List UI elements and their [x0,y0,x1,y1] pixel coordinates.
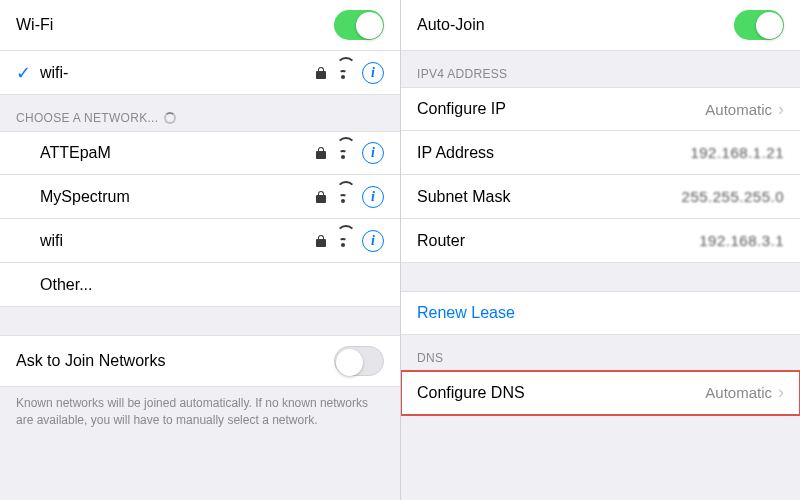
wifi-signal-icon [336,235,352,247]
auto-join-label: Auto-Join [417,16,734,34]
router-value: 192.168.3.1 [699,232,784,249]
chevron-right-icon: › [778,382,784,403]
configure-dns-label: Configure DNS [417,384,705,402]
subnet-mask-row: Subnet Mask 255.255.255.0 [401,175,800,219]
subnet-label: Subnet Mask [417,188,682,206]
configure-dns-value: Automatic [705,384,772,401]
ipv4-header: IPV4 ADDRESS [401,51,800,87]
ip-address-row: IP Address 192.168.1.21 [401,131,800,175]
ipv4-group: Configure IP Automatic › IP Address 192.… [401,87,800,263]
renew-lease-button[interactable]: Renew Lease [417,304,784,322]
info-icon[interactable]: i [362,230,384,252]
lock-icon [316,191,326,203]
ip-address-value: 192.168.1.21 [690,144,784,161]
network-list: ATTEpaM i MySpectrum i wifi i Other... [0,131,400,307]
network-row[interactable]: wifi i [0,219,400,263]
lock-icon [316,147,326,159]
network-name: wifi [40,232,316,250]
wifi-signal-icon [336,191,352,203]
network-row[interactable]: MySpectrum i [0,175,400,219]
network-details-panel: Auto-Join IPV4 ADDRESS Configure IP Auto… [400,0,800,500]
info-icon[interactable]: i [362,186,384,208]
dns-header: DNS [401,335,800,371]
ask-to-join-row[interactable]: Ask to Join Networks [0,335,400,387]
wifi-toggle[interactable] [334,10,384,40]
connected-network-name: wifi- [40,64,316,82]
lock-icon [316,235,326,247]
choose-network-header: CHOOSE A NETWORK... [0,95,400,131]
spinner-icon [164,112,176,124]
configure-ip-value: Automatic [705,101,772,118]
wifi-signal-icon [336,147,352,159]
router-label: Router [417,232,699,250]
info-icon[interactable]: i [362,142,384,164]
connected-network-row[interactable]: ✓ wifi- i [0,51,400,95]
wifi-label: Wi-Fi [16,16,334,34]
renew-lease-row[interactable]: Renew Lease [401,291,800,335]
configure-ip-label: Configure IP [417,100,705,118]
ask-join-footer: Known networks will be joined automatica… [0,387,400,445]
other-network-row[interactable]: Other... [0,263,400,307]
configure-ip-row[interactable]: Configure IP Automatic › [401,87,800,131]
auto-join-row[interactable]: Auto-Join [401,0,800,51]
ask-join-label: Ask to Join Networks [16,352,334,370]
subnet-value: 255.255.255.0 [682,188,784,205]
other-label: Other... [40,276,384,294]
chevron-right-icon: › [778,99,784,120]
auto-join-toggle[interactable] [734,10,784,40]
wifi-signal-icon [336,67,352,79]
wifi-settings-panel: Wi-Fi ✓ wifi- i CHOOSE A NETWORK... ATTE… [0,0,400,500]
checkmark-icon: ✓ [16,62,36,84]
configure-dns-row[interactable]: Configure DNS Automatic › [401,371,800,415]
ask-join-toggle[interactable] [334,346,384,376]
router-row: Router 192.168.3.1 [401,219,800,263]
network-row[interactable]: ATTEpaM i [0,131,400,175]
network-name: ATTEpaM [40,144,316,162]
ip-address-label: IP Address [417,144,690,162]
lock-icon [316,67,326,79]
network-name: MySpectrum [40,188,316,206]
info-icon[interactable]: i [362,62,384,84]
wifi-master-row[interactable]: Wi-Fi [0,0,400,51]
